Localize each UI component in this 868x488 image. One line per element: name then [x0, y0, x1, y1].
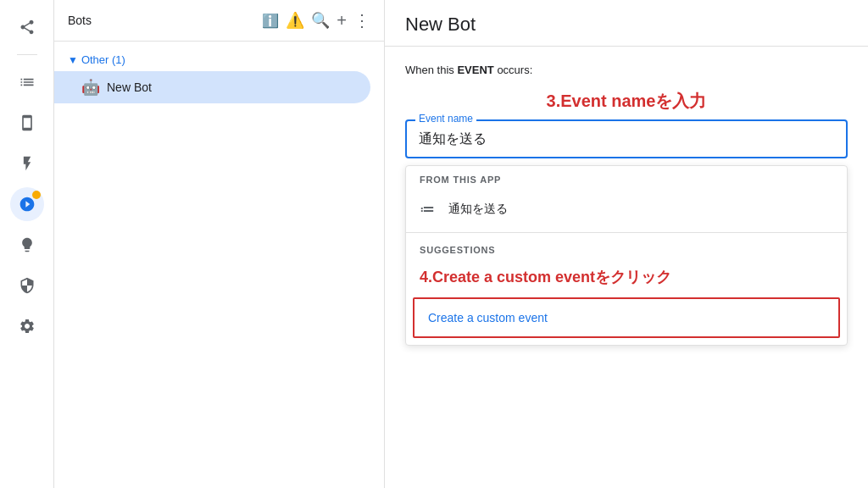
bot-badge [32, 191, 41, 199]
tree-item-newbot[interactable]: 🤖 New Bot [54, 71, 370, 103]
sidebar-title: Bots [68, 14, 255, 27]
tree-group-other[interactable]: ▼ Other (1) [54, 48, 384, 71]
step3-annotation: 3.Event nameを入力 [405, 90, 848, 113]
gear-icon[interactable] [10, 309, 44, 343]
list-icon[interactable] [10, 65, 44, 99]
sidebar-header-icons: ⚠️ 🔍 + ⋮ [286, 10, 370, 30]
list-bullet-icon: ≔ [420, 200, 435, 219]
warning-icon[interactable]: ⚠️ [286, 11, 304, 30]
page-title: New Bot [405, 14, 848, 36]
search-icon[interactable]: 🔍 [311, 11, 330, 30]
from-app-item[interactable]: ≔ 通知を送る [406, 190, 847, 229]
sidebar-header: Bots ℹ️ ⚠️ 🔍 + ⋮ [54, 0, 384, 42]
bot-active-icon[interactable] [10, 187, 44, 221]
bulb-icon[interactable] [10, 228, 44, 262]
create-custom-event-label: Create a custom event [428, 311, 548, 324]
more-icon[interactable]: ⋮ [353, 10, 370, 30]
tree-group-label: Other (1) [81, 53, 125, 66]
step4-annotation: 4.Create a custom eventをクリック [406, 260, 847, 294]
event-prompt: When this EVENT occurs: [405, 64, 848, 76]
main-header: New Bot [385, 0, 868, 47]
event-name-label: Event name [415, 113, 476, 125]
mobile-icon[interactable] [10, 106, 44, 140]
lightning-icon[interactable] [10, 147, 44, 180]
suggestions-label: SUGGESTIONS [406, 236, 847, 260]
tree-section: ▼ Other (1) 🤖 New Bot [54, 42, 384, 110]
bot-item-icon: 🤖 [81, 78, 100, 97]
dropdown-divider [406, 232, 847, 233]
event-name-group: Event name [405, 119, 848, 158]
icon-rail [0, 0, 54, 488]
sidebar: Bots ℹ️ ⚠️ 🔍 + ⋮ ▼ Other (1) 🤖 New Bot [54, 0, 385, 488]
from-app-label: FROM THIS APP [406, 166, 847, 190]
content-area: When this EVENT occurs: 3.Event nameを入力 … [385, 47, 868, 488]
dropdown-panel: FROM THIS APP ≔ 通知を送る SUGGESTIONS 4.Crea… [405, 165, 848, 346]
event-name-input[interactable] [407, 121, 846, 157]
shield-icon[interactable] [10, 269, 44, 302]
share-icon[interactable] [10, 10, 44, 44]
create-custom-event-button[interactable]: Create a custom event [413, 297, 840, 338]
main-content: New Bot When this EVENT occurs: 3.Event … [385, 0, 868, 488]
tree-item-label: New Bot [107, 80, 152, 94]
info-icon: ℹ️ [262, 13, 279, 29]
from-app-item-text: 通知を送る [448, 202, 508, 217]
tree-arrow: ▼ [68, 54, 78, 66]
add-icon[interactable]: + [337, 11, 347, 30]
